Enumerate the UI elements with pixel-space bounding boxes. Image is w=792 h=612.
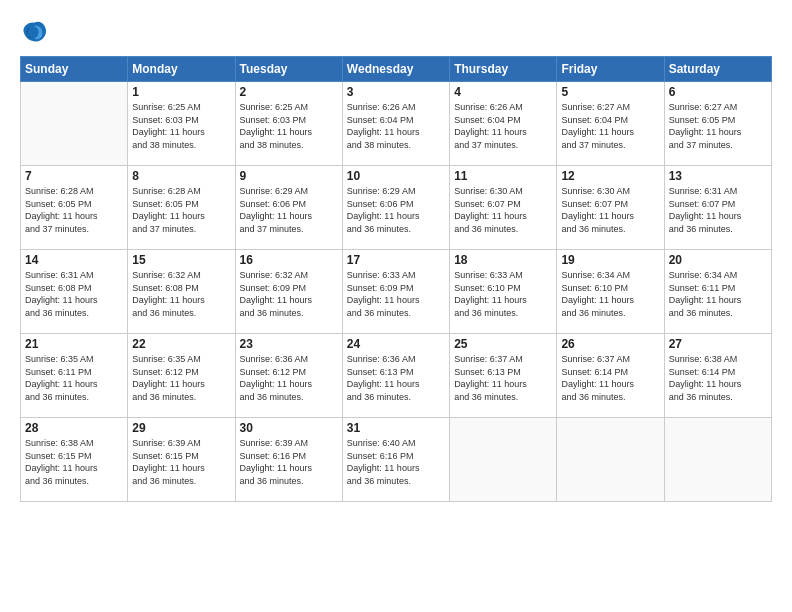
day-number: 20	[669, 253, 767, 267]
day-info: Sunrise: 6:29 AM Sunset: 6:06 PM Dayligh…	[347, 185, 445, 235]
day-number: 18	[454, 253, 552, 267]
calendar-cell	[557, 418, 664, 502]
calendar-cell: 28Sunrise: 6:38 AM Sunset: 6:15 PM Dayli…	[21, 418, 128, 502]
calendar-cell: 12Sunrise: 6:30 AM Sunset: 6:07 PM Dayli…	[557, 166, 664, 250]
day-info: Sunrise: 6:29 AM Sunset: 6:06 PM Dayligh…	[240, 185, 338, 235]
calendar-cell: 30Sunrise: 6:39 AM Sunset: 6:16 PM Dayli…	[235, 418, 342, 502]
day-info: Sunrise: 6:30 AM Sunset: 6:07 PM Dayligh…	[561, 185, 659, 235]
calendar-cell	[664, 418, 771, 502]
day-number: 30	[240, 421, 338, 435]
calendar-table: SundayMondayTuesdayWednesdayThursdayFrid…	[20, 56, 772, 502]
day-info: Sunrise: 6:37 AM Sunset: 6:14 PM Dayligh…	[561, 353, 659, 403]
day-info: Sunrise: 6:31 AM Sunset: 6:07 PM Dayligh…	[669, 185, 767, 235]
day-info: Sunrise: 6:34 AM Sunset: 6:10 PM Dayligh…	[561, 269, 659, 319]
day-number: 2	[240, 85, 338, 99]
calendar-cell	[21, 82, 128, 166]
calendar-week-row: 1Sunrise: 6:25 AM Sunset: 6:03 PM Daylig…	[21, 82, 772, 166]
day-info: Sunrise: 6:38 AM Sunset: 6:14 PM Dayligh…	[669, 353, 767, 403]
calendar-cell: 8Sunrise: 6:28 AM Sunset: 6:05 PM Daylig…	[128, 166, 235, 250]
logo	[20, 18, 52, 46]
day-number: 9	[240, 169, 338, 183]
day-number: 27	[669, 337, 767, 351]
day-number: 22	[132, 337, 230, 351]
day-info: Sunrise: 6:26 AM Sunset: 6:04 PM Dayligh…	[347, 101, 445, 151]
day-info: Sunrise: 6:35 AM Sunset: 6:12 PM Dayligh…	[132, 353, 230, 403]
day-number: 1	[132, 85, 230, 99]
weekday-header-tuesday: Tuesday	[235, 57, 342, 82]
calendar-cell: 1Sunrise: 6:25 AM Sunset: 6:03 PM Daylig…	[128, 82, 235, 166]
day-info: Sunrise: 6:26 AM Sunset: 6:04 PM Dayligh…	[454, 101, 552, 151]
day-number: 13	[669, 169, 767, 183]
day-info: Sunrise: 6:39 AM Sunset: 6:16 PM Dayligh…	[240, 437, 338, 487]
day-number: 21	[25, 337, 123, 351]
calendar-cell: 7Sunrise: 6:28 AM Sunset: 6:05 PM Daylig…	[21, 166, 128, 250]
day-number: 7	[25, 169, 123, 183]
day-number: 15	[132, 253, 230, 267]
calendar-cell: 17Sunrise: 6:33 AM Sunset: 6:09 PM Dayli…	[342, 250, 449, 334]
calendar-cell: 3Sunrise: 6:26 AM Sunset: 6:04 PM Daylig…	[342, 82, 449, 166]
weekday-header-thursday: Thursday	[450, 57, 557, 82]
calendar-cell: 16Sunrise: 6:32 AM Sunset: 6:09 PM Dayli…	[235, 250, 342, 334]
day-info: Sunrise: 6:35 AM Sunset: 6:11 PM Dayligh…	[25, 353, 123, 403]
calendar-week-row: 28Sunrise: 6:38 AM Sunset: 6:15 PM Dayli…	[21, 418, 772, 502]
day-info: Sunrise: 6:38 AM Sunset: 6:15 PM Dayligh…	[25, 437, 123, 487]
day-info: Sunrise: 6:36 AM Sunset: 6:13 PM Dayligh…	[347, 353, 445, 403]
day-number: 24	[347, 337, 445, 351]
day-number: 25	[454, 337, 552, 351]
day-info: Sunrise: 6:25 AM Sunset: 6:03 PM Dayligh…	[240, 101, 338, 151]
calendar-cell: 18Sunrise: 6:33 AM Sunset: 6:10 PM Dayli…	[450, 250, 557, 334]
calendar-week-row: 7Sunrise: 6:28 AM Sunset: 6:05 PM Daylig…	[21, 166, 772, 250]
calendar-cell: 31Sunrise: 6:40 AM Sunset: 6:16 PM Dayli…	[342, 418, 449, 502]
day-info: Sunrise: 6:32 AM Sunset: 6:08 PM Dayligh…	[132, 269, 230, 319]
day-number: 6	[669, 85, 767, 99]
day-info: Sunrise: 6:31 AM Sunset: 6:08 PM Dayligh…	[25, 269, 123, 319]
calendar-cell: 10Sunrise: 6:29 AM Sunset: 6:06 PM Dayli…	[342, 166, 449, 250]
day-number: 5	[561, 85, 659, 99]
calendar-week-row: 21Sunrise: 6:35 AM Sunset: 6:11 PM Dayli…	[21, 334, 772, 418]
calendar-cell: 4Sunrise: 6:26 AM Sunset: 6:04 PM Daylig…	[450, 82, 557, 166]
day-number: 3	[347, 85, 445, 99]
day-info: Sunrise: 6:32 AM Sunset: 6:09 PM Dayligh…	[240, 269, 338, 319]
day-info: Sunrise: 6:36 AM Sunset: 6:12 PM Dayligh…	[240, 353, 338, 403]
day-info: Sunrise: 6:39 AM Sunset: 6:15 PM Dayligh…	[132, 437, 230, 487]
day-info: Sunrise: 6:33 AM Sunset: 6:10 PM Dayligh…	[454, 269, 552, 319]
day-number: 11	[454, 169, 552, 183]
weekday-header-wednesday: Wednesday	[342, 57, 449, 82]
day-number: 29	[132, 421, 230, 435]
day-number: 16	[240, 253, 338, 267]
weekday-header-sunday: Sunday	[21, 57, 128, 82]
day-info: Sunrise: 6:28 AM Sunset: 6:05 PM Dayligh…	[25, 185, 123, 235]
calendar-cell: 9Sunrise: 6:29 AM Sunset: 6:06 PM Daylig…	[235, 166, 342, 250]
day-number: 8	[132, 169, 230, 183]
weekday-header-saturday: Saturday	[664, 57, 771, 82]
calendar-cell: 6Sunrise: 6:27 AM Sunset: 6:05 PM Daylig…	[664, 82, 771, 166]
calendar-cell: 22Sunrise: 6:35 AM Sunset: 6:12 PM Dayli…	[128, 334, 235, 418]
calendar-cell: 25Sunrise: 6:37 AM Sunset: 6:13 PM Dayli…	[450, 334, 557, 418]
day-info: Sunrise: 6:28 AM Sunset: 6:05 PM Dayligh…	[132, 185, 230, 235]
weekday-header-friday: Friday	[557, 57, 664, 82]
calendar-cell: 24Sunrise: 6:36 AM Sunset: 6:13 PM Dayli…	[342, 334, 449, 418]
calendar-cell: 14Sunrise: 6:31 AM Sunset: 6:08 PM Dayli…	[21, 250, 128, 334]
day-info: Sunrise: 6:34 AM Sunset: 6:11 PM Dayligh…	[669, 269, 767, 319]
day-info: Sunrise: 6:40 AM Sunset: 6:16 PM Dayligh…	[347, 437, 445, 487]
calendar-cell: 2Sunrise: 6:25 AM Sunset: 6:03 PM Daylig…	[235, 82, 342, 166]
logo-icon	[20, 18, 48, 46]
day-number: 17	[347, 253, 445, 267]
calendar-cell: 20Sunrise: 6:34 AM Sunset: 6:11 PM Dayli…	[664, 250, 771, 334]
calendar-cell: 21Sunrise: 6:35 AM Sunset: 6:11 PM Dayli…	[21, 334, 128, 418]
day-info: Sunrise: 6:33 AM Sunset: 6:09 PM Dayligh…	[347, 269, 445, 319]
page: SundayMondayTuesdayWednesdayThursdayFrid…	[0, 0, 792, 612]
day-number: 10	[347, 169, 445, 183]
calendar-cell: 11Sunrise: 6:30 AM Sunset: 6:07 PM Dayli…	[450, 166, 557, 250]
calendar-cell: 26Sunrise: 6:37 AM Sunset: 6:14 PM Dayli…	[557, 334, 664, 418]
weekday-header-row: SundayMondayTuesdayWednesdayThursdayFrid…	[21, 57, 772, 82]
day-number: 28	[25, 421, 123, 435]
calendar-cell: 27Sunrise: 6:38 AM Sunset: 6:14 PM Dayli…	[664, 334, 771, 418]
day-number: 26	[561, 337, 659, 351]
day-number: 31	[347, 421, 445, 435]
header	[20, 18, 772, 46]
calendar-cell: 5Sunrise: 6:27 AM Sunset: 6:04 PM Daylig…	[557, 82, 664, 166]
calendar-cell: 15Sunrise: 6:32 AM Sunset: 6:08 PM Dayli…	[128, 250, 235, 334]
day-number: 4	[454, 85, 552, 99]
calendar-cell: 19Sunrise: 6:34 AM Sunset: 6:10 PM Dayli…	[557, 250, 664, 334]
